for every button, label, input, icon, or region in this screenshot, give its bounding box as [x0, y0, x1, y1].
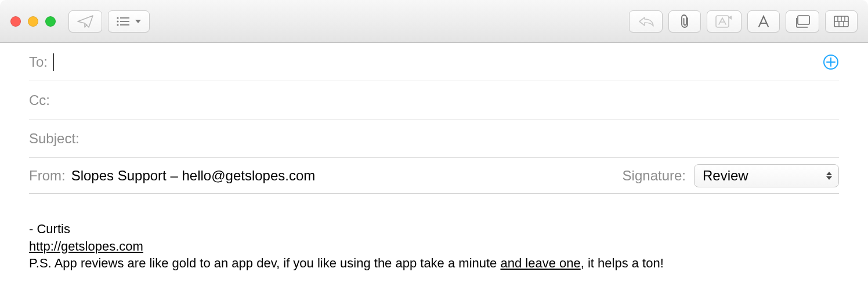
stepper-icon [826, 172, 833, 180]
paperclip-icon [679, 14, 690, 29]
svg-point-0 [117, 17, 118, 19]
reply-button[interactable] [629, 10, 663, 32]
signature-label: Signature: [623, 168, 686, 184]
subject-label: Subject: [29, 131, 79, 147]
svg-rect-7 [798, 16, 809, 24]
ps-text-prefix: P.S. App reviews are like gold to an app… [29, 256, 500, 270]
svg-rect-5 [120, 24, 129, 26]
stacked-windows-icon [794, 15, 811, 28]
markup-icon [715, 15, 733, 28]
subject-input[interactable] [79, 128, 839, 149]
ps-review-link[interactable]: and leave one [500, 256, 580, 270]
cc-label: Cc: [29, 92, 50, 108]
markup-button[interactable] [707, 10, 742, 32]
window-controls [10, 16, 56, 27]
close-window-button[interactable] [10, 16, 21, 27]
format-button[interactable] [747, 10, 780, 32]
from-row: From: Slopes Support – hello@getslopes.c… [29, 158, 839, 194]
keyboard-grid-icon [834, 16, 849, 27]
ps-text-suffix: , it helps a ton! [581, 256, 664, 270]
from-label: From: [29, 168, 66, 184]
signature-ps-line: P.S. App reviews are like gold to an app… [29, 255, 839, 272]
signature-selected-value: Review [703, 168, 748, 184]
add-recipient-button[interactable] [823, 54, 839, 70]
to-input[interactable] [54, 52, 839, 73]
paper-plane-icon [77, 15, 93, 28]
signature-signoff: - Curtis [29, 220, 839, 238]
signature-select[interactable]: Review [694, 164, 839, 187]
compose-header: To: Cc: Subject: From: Slopes Support – … [0, 43, 868, 194]
svg-point-2 [117, 20, 118, 22]
signature-link[interactable]: http://getslopes.com [29, 239, 143, 253]
cc-input[interactable] [50, 90, 839, 111]
attach-button[interactable] [668, 10, 701, 32]
font-format-icon [757, 15, 771, 28]
window-titlebar [0, 0, 868, 43]
list-icon [117, 17, 129, 26]
header-fields-toggle[interactable] [108, 10, 150, 32]
subject-row: Subject: [29, 119, 839, 158]
photo-browser-button[interactable] [786, 10, 819, 32]
to-row: To: [29, 43, 839, 81]
zoom-window-button[interactable] [45, 16, 56, 27]
reply-arrow-icon [638, 16, 654, 27]
send-button[interactable] [68, 10, 102, 32]
chevron-down-icon [135, 20, 141, 23]
cc-row: Cc: [29, 81, 839, 119]
to-label: To: [29, 54, 48, 70]
from-value[interactable]: Slopes Support – hello@getslopes.com [71, 168, 316, 184]
emoji-picker-button[interactable] [825, 10, 858, 32]
svg-rect-3 [120, 21, 129, 22]
svg-rect-1 [120, 17, 129, 19]
minimize-window-button[interactable] [28, 16, 38, 27]
svg-point-4 [117, 24, 118, 26]
compose-body[interactable]: - Curtis http://getslopes.com P.S. App r… [0, 194, 868, 272]
